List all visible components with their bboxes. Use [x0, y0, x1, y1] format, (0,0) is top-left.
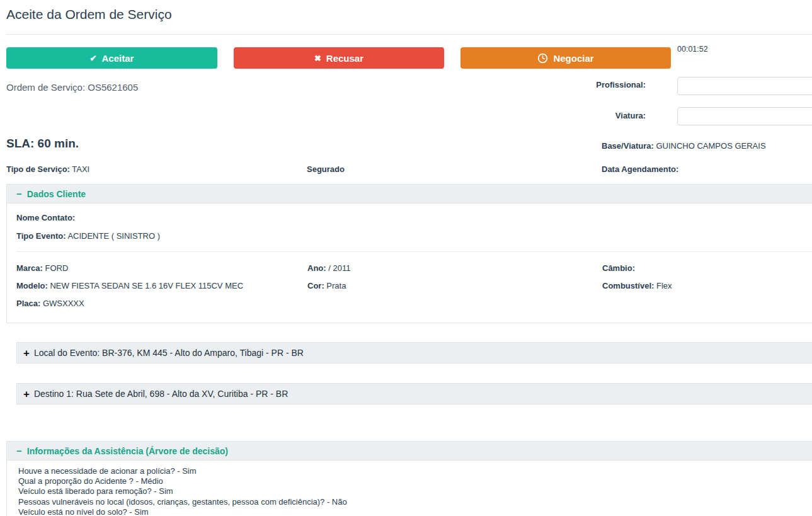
year-label: Ano:: [307, 263, 326, 273]
refuse-button-label: Recusar: [326, 53, 363, 64]
client-panel-divider: [16, 251, 812, 252]
check-icon: ✔: [90, 54, 97, 62]
service-type-label: Tipo de Serviço:: [6, 164, 70, 174]
fuel-value: Flex: [656, 281, 672, 290]
brand-label: Marca:: [16, 263, 43, 273]
base-vehicle-label: Base/Viatura:: [602, 141, 654, 151]
model-field: Modelo: NEW FIESTA SEDAN SE 1.6 16V FLEX…: [16, 281, 243, 290]
contact-row: Nome Contato:: [7, 213, 812, 224]
base-vehicle-field: Base/Viatura: GUINCHO CAMPOS GERAIS: [602, 141, 766, 151]
schedule-date-label: Data Agendamento:: [602, 164, 678, 174]
negotiate-button[interactable]: Negociar: [460, 47, 671, 69]
plate-value: GWSXXXX: [43, 299, 84, 308]
vehicle-row-2: Modelo: NEW FIESTA SEDAN SE 1.6 16V FLEX…: [7, 281, 812, 292]
decision-tree-item: Pessoas vulneráveis no local (idosos, cr…: [18, 497, 808, 507]
decision-tree-item: Houve a necessidade de acionar a polícia…: [18, 466, 808, 476]
expand-icon: +: [23, 348, 30, 358]
service-order-accept-page: Aceite da Ordem de Serviço ✔ Aceitar ✖ R…: [0, 0, 812, 516]
countdown-timer: 00:01:52: [677, 45, 708, 54]
decision-tree-item: Qual a proporção do Acidente ? - Médio: [18, 476, 808, 486]
insured-label: Segurado: [307, 164, 345, 174]
schedule-date-field: Data Agendamento:: [602, 164, 678, 174]
fuel-label: Combustível:: [602, 281, 654, 290]
event-type-label: Tipo Evento:: [16, 231, 66, 241]
client-data-panel-header[interactable]: − Dados Cliente: [7, 185, 812, 204]
collapse-icon: −: [16, 446, 22, 456]
event-type-row: Tipo Evento: ACIDENTE ( SINISTRO ): [7, 231, 812, 243]
client-data-panel-title: Dados Cliente: [27, 189, 86, 199]
accept-button-label: Aceitar: [102, 53, 134, 64]
contact-label: Nome Contato:: [16, 213, 75, 222]
vehicle-label: Viatura:: [542, 111, 646, 120]
cross-icon: ✖: [314, 54, 321, 62]
event-location-bar[interactable]: + Local do Evento: BR-376, KM 445 - Alto…: [16, 342, 812, 364]
collapse-icon: −: [16, 189, 22, 198]
gear-label: Câmbio:: [602, 263, 635, 273]
assistance-info-panel-title: Informações da Assistência (Árvore de de…: [27, 446, 228, 456]
decision-tree-item: Veículo está no nível do solo? - Sim: [18, 507, 808, 516]
negotiate-button-label: Negociar: [553, 53, 593, 64]
refuse-button[interactable]: ✖ Recusar: [234, 47, 444, 69]
destination-bar[interactable]: + Destino 1: Rua Sete de Abril, 698 - Al…: [16, 383, 812, 404]
vehicle-input[interactable]: [677, 107, 812, 125]
assistance-info-panel-header[interactable]: − Informações da Assistência (Árvore de …: [7, 442, 812, 461]
professional-input[interactable]: [677, 77, 812, 95]
service-type-value: TAXI: [72, 164, 89, 174]
year-field: Ano: / 2011: [307, 263, 350, 273]
sla-value: SLA: 60 min.: [6, 137, 79, 151]
brand-value: FORD: [45, 263, 69, 273]
plate-label: Placa:: [16, 299, 40, 308]
assistance-info-panel: − Informações da Assistência (Árvore de …: [6, 441, 812, 516]
gear-field: Câmbio:: [602, 263, 635, 273]
vehicle-row-1: Marca: FORD Ano: / 2011 Câmbio:: [7, 263, 812, 275]
year-value: / 2011: [328, 263, 350, 273]
decision-tree-item: Veículo está liberado para remoção? - Si…: [18, 486, 808, 496]
base-vehicle-value: GUINCHO CAMPOS GERAIS: [656, 141, 765, 151]
service-type-field: Tipo de Serviço: TAXI: [6, 164, 89, 174]
brand-field: Marca: FORD: [16, 263, 68, 273]
fuel-field: Combustível: Flex: [602, 281, 672, 290]
destination-text: Destino 1: Rua Sete de Abril, 698 - Alto…: [34, 389, 288, 399]
title-divider: [6, 34, 812, 35]
color-value: Prata: [326, 281, 346, 290]
contact-field: Nome Contato:: [16, 213, 75, 222]
order-number: Ordem de Serviço: OS5621605: [6, 82, 138, 93]
model-label: Modelo:: [16, 281, 48, 290]
clock-icon: [537, 53, 548, 64]
event-location-text: Local do Evento: BR-376, KM 445 - Alto d…: [34, 348, 304, 358]
accept-button[interactable]: ✔ Aceitar: [6, 47, 217, 69]
color-field: Cor: Prata: [307, 281, 346, 290]
event-type-value: ACIDENTE ( SINISTRO ): [67, 231, 160, 241]
plate-field: Placa: GWSXXXX: [16, 299, 84, 308]
expand-icon: +: [23, 389, 30, 399]
decision-tree-list: Houve a necessidade de acionar a polícia…: [18, 466, 808, 516]
event-type-field: Tipo Evento: ACIDENTE ( SINISTRO ): [16, 231, 160, 241]
model-value: NEW FIESTA SEDAN SE 1.6 16V FLEX 115CV M…: [50, 281, 243, 290]
page-title: Aceite da Ordem de Serviço: [6, 7, 172, 22]
vehicle-row-3: Placa: GWSXXXX: [7, 299, 812, 310]
color-label: Cor:: [307, 281, 324, 290]
professional-label: Profissional:: [542, 80, 646, 89]
client-data-panel: − Dados Cliente Nome Contato: Tipo Event…: [6, 184, 812, 323]
